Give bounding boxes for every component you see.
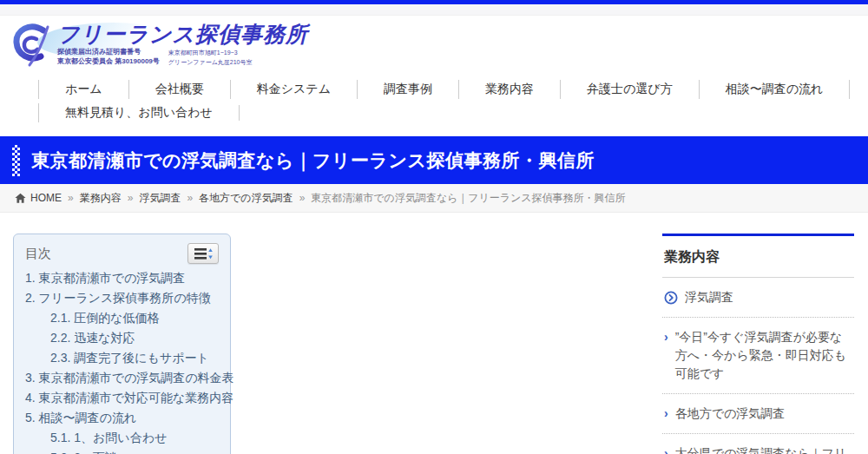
nav-item[interactable]: 弁護士の選び方 [560, 80, 699, 99]
toc-item-link[interactable]: 1. 東京都清瀬市での浮気調査 [25, 271, 219, 286]
toc-item-link[interactable]: 3. 東京都清瀬市での浮気調査の料金表 [25, 371, 219, 385]
nav-item[interactable]: 無料見積り、お問い合わせ [38, 103, 239, 122]
header-substrip [0, 4, 868, 16]
circle-arrow-icon [664, 291, 678, 305]
toc-item-link[interactable]: 2. フリーランス探偵事務所の特徴 [25, 291, 219, 306]
nav-item[interactable]: よくある質問 [849, 80, 868, 99]
main-content: 目次 1. 東京都清瀬市での浮気調査 2. フリーランス探偵事務所の特徴 [0, 213, 868, 454]
toc-toggle-icon [194, 247, 213, 260]
banner-checker-decoration [12, 145, 20, 176]
sidebar-link[interactable]: › 各地方での浮気調査 [662, 394, 854, 434]
page-title: 東京都清瀬市での浮気調査なら｜フリーランス探偵事務所・興信所 [31, 148, 595, 173]
nav-item[interactable]: ホーム [38, 80, 128, 99]
toc-list: 1. 東京都清瀬市での浮気調査 2. フリーランス探偵事務所の特徴 2.1. 圧… [25, 271, 219, 454]
nav-item[interactable]: 会社概要 [128, 80, 230, 99]
nav-item[interactable]: 業務内容 [458, 80, 560, 99]
toc-item-link[interactable]: 5.2. 2、面談 [50, 451, 219, 454]
article-column: 目次 1. 東京都清瀬市での浮気調査 2. フリーランス探偵事務所の特徴 [13, 234, 662, 454]
sidebar-links: › ”今日”今すぐ浮気調査が必要な方へ・今から緊急・即日対応も可能です › 各地… [662, 318, 854, 454]
sidebar-category-link[interactable]: 浮気調査 [662, 278, 854, 318]
site-title: フリーランス探偵事務所 [57, 23, 308, 45]
nav-item[interactable]: 料金システム [230, 80, 357, 99]
table-of-contents: 目次 1. 東京都清瀬市での浮気調査 2. フリーランス探偵事務所の特徴 [13, 234, 231, 454]
nav-item[interactable]: 相談〜調査の流れ [699, 80, 850, 99]
breadcrumb-item: » 各地方での浮気調査 [181, 191, 293, 206]
site-logo[interactable]: フリーランス探偵事務所 探偵業届出済み証明書番号 東京都公安委員会 第30190… [12, 21, 308, 68]
breadcrumb-link[interactable]: 業務内容 [80, 191, 122, 206]
page-title-banner: 東京都清瀬市での浮気調査なら｜フリーランス探偵事務所・興信所 [0, 136, 868, 184]
sidebar-link[interactable]: › 大分県での浮気調査なら｜フリーランス探偵事務所・興信所 [662, 434, 854, 454]
sidebar: 業務内容 浮気調査 › ”今日”今すぐ浮気調査が必要な方へ・今から緊急・即日対応… [662, 234, 854, 454]
logo-swoosh-icon [12, 21, 52, 68]
breadcrumb-item: HOME [30, 192, 62, 204]
toc-item-link[interactable]: 2.1. 圧倒的な低価格 [50, 311, 219, 326]
breadcrumb-link[interactable]: 東京都清瀬市での浮気調査なら｜フリーランス探偵事務所・興信所 [311, 191, 625, 206]
sidebar-link-label: 大分県での浮気調査なら｜フリーランス探偵事務所・興信所 [675, 444, 852, 454]
toc-item-link[interactable]: 5.1. 1、お問い合わせ [50, 431, 219, 445]
license-text: 探偵業届出済み証明書番号 東京都公安委員会 第30190009号 [57, 48, 160, 67]
sidebar-widget-title: 業務内容 [662, 236, 854, 278]
breadcrumb-item: » 東京都清瀬市での浮気調査なら｜フリーランス探偵事務所・興信所 [293, 191, 626, 206]
breadcrumb-link[interactable]: 浮気調査 [139, 191, 181, 206]
home-icon [15, 193, 26, 204]
toc-item-link[interactable]: 4. 東京都清瀬市で対応可能な業務内容 [25, 391, 219, 405]
address-text: 東京都町田市旭町1−19−3 グリーンファーム丸屋210号室 [168, 48, 253, 67]
breadcrumb: HOME » 業務内容 » 浮気調査 » 各地方での浮気調査 » 東京都清瀬市で… [0, 184, 868, 213]
toc-item-link[interactable]: 5. 相談〜調査の流れ [25, 411, 219, 425]
chevron-right-icon: › [664, 405, 668, 423]
nav-row-2: 無料見積り、お問い合わせ [38, 101, 868, 124]
sidebar-link[interactable]: › ”今日”今すぐ浮気調査が必要な方へ・今から緊急・即日対応も可能です [662, 318, 854, 394]
breadcrumb-separator: » [299, 192, 306, 204]
breadcrumb-link[interactable]: HOME [30, 192, 62, 204]
main-navigation: ホーム 会社概要 料金システム 調査事例 業務内容 弁護士の選び方 相談〜調査の… [0, 74, 868, 126]
breadcrumb-item: » 業務内容 [62, 191, 122, 206]
site-header: フリーランス探偵事務所 探偵業届出済み証明書番号 東京都公安委員会 第30190… [0, 16, 868, 74]
nav-item[interactable]: 調査事例 [357, 80, 458, 99]
sidebar-widget-services: 業務内容 浮気調査 › ”今日”今すぐ浮気調査が必要な方へ・今から緊急・即日対応… [662, 234, 854, 454]
toc-toggle-button[interactable] [187, 243, 219, 264]
chevron-right-icon: › [664, 444, 668, 454]
breadcrumb-item: » 浮気調査 [122, 191, 181, 206]
sidebar-category-label: 浮気調査 [685, 290, 733, 306]
breadcrumb-link[interactable]: 各地方での浮気調査 [199, 191, 293, 206]
nav-row-1: ホーム 会社概要 料金システム 調査事例 業務内容 弁護士の選び方 相談〜調査の… [38, 77, 868, 101]
toc-item-link[interactable]: 2.2. 迅速な対応 [50, 331, 219, 345]
sidebar-link-label: ”今日”今すぐ浮気調査が必要な方へ・今から緊急・即日対応も可能です [675, 328, 852, 383]
toc-item-link[interactable]: 2.3. 調査完了後にもサポート [50, 351, 219, 365]
breadcrumb-separator: » [128, 192, 134, 204]
sidebar-link-label: 各地方での浮気調査 [675, 405, 786, 423]
breadcrumb-separator: » [68, 192, 74, 204]
chevron-right-icon: › [664, 328, 668, 383]
toc-title: 目次 [25, 246, 51, 262]
breadcrumb-separator: » [187, 192, 193, 204]
